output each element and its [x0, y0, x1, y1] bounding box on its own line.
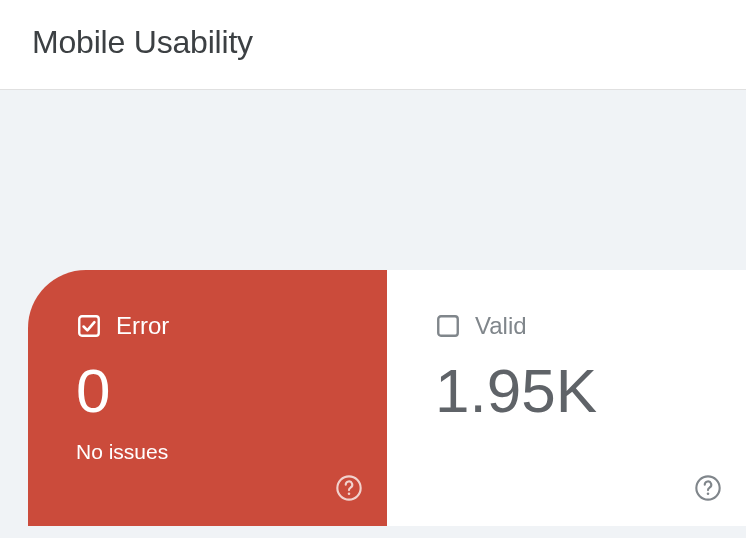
svg-point-5 [707, 493, 710, 496]
content-area: Error 0 No issues Valid [0, 90, 746, 526]
error-card-subtext: No issues [76, 440, 343, 464]
page-title: Mobile Usability [32, 24, 714, 61]
valid-card-value: 1.95K [435, 360, 702, 422]
error-card-value: 0 [76, 360, 343, 422]
checkbox-checked-icon [76, 313, 102, 339]
svg-rect-3 [438, 316, 458, 336]
error-card-label: Error [116, 312, 169, 340]
error-card-header: Error [76, 312, 343, 340]
checkbox-unchecked-icon [435, 313, 461, 339]
help-icon[interactable] [694, 474, 722, 502]
page-header: Mobile Usability [0, 0, 746, 90]
svg-rect-0 [79, 316, 99, 336]
valid-card[interactable]: Valid 1.95K [387, 270, 746, 526]
help-icon[interactable] [335, 474, 363, 502]
valid-card-header: Valid [435, 312, 702, 340]
svg-point-2 [348, 493, 351, 496]
summary-cards-row: Error 0 No issues Valid [28, 270, 746, 526]
error-card[interactable]: Error 0 No issues [28, 270, 387, 526]
valid-card-label: Valid [475, 312, 527, 340]
